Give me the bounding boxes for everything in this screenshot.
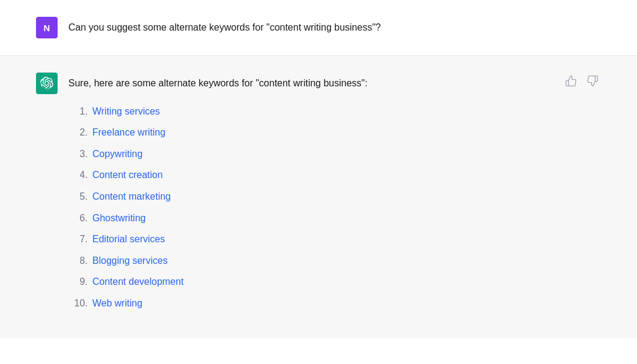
list-item: 5.Content marketing	[68, 186, 601, 207]
keyword-list: 1.Writing services2.Freelance writing3.C…	[68, 101, 601, 314]
list-item: 1.Writing services	[68, 101, 601, 122]
conversation: N Can you suggest some alternate keyword…	[0, 0, 637, 338]
openai-icon	[40, 77, 53, 90]
user-question: Can you suggest some alternate keywords …	[68, 17, 381, 35]
list-number: 10.	[68, 296, 88, 311]
thumbs-down-icon	[587, 75, 599, 87]
list-item: 9.Content development	[68, 271, 601, 293]
list-item: 4.Content creation	[68, 164, 601, 186]
list-keyword: Content development	[92, 274, 184, 290]
assistant-intro: Sure, here are some alternate keywords f…	[68, 76, 601, 91]
list-item: 10.Web writing	[68, 293, 601, 314]
list-number: 8.	[68, 253, 88, 269]
list-item: 8.Blogging services	[68, 250, 601, 272]
feedback-buttons	[563, 73, 601, 89]
list-keyword: Ghostwriting	[92, 210, 146, 226]
list-keyword: Content creation	[92, 167, 163, 183]
user-message: N Can you suggest some alternate keyword…	[0, 0, 637, 55]
list-item: 3.Copywriting	[68, 143, 601, 165]
assistant-content: Sure, here are some alternate keywords f…	[68, 73, 601, 314]
list-item: 7.Editorial services	[68, 228, 601, 250]
list-keyword: Content marketing	[92, 189, 171, 204]
list-keyword: Freelance writing	[92, 125, 166, 140]
list-keyword: Web writing	[92, 296, 142, 311]
list-item: 6.Ghostwriting	[68, 207, 601, 229]
list-number: 3.	[68, 146, 88, 162]
list-number: 1.	[68, 104, 88, 119]
list-keyword: Writing services	[92, 104, 160, 119]
list-keyword: Blogging services	[92, 253, 167, 269]
list-number: 5.	[68, 189, 88, 204]
list-number: 6.	[68, 210, 88, 226]
thumbs-up-button[interactable]	[563, 73, 579, 89]
avatar-letter: N	[44, 23, 50, 33]
assistant-message: Sure, here are some alternate keywords f…	[0, 56, 637, 338]
list-number: 9.	[68, 274, 88, 290]
list-keyword: Copywriting	[92, 146, 143, 162]
list-number: 2.	[68, 125, 88, 140]
thumbs-down-button[interactable]	[584, 73, 601, 89]
user-avatar: N	[36, 17, 58, 38]
list-number: 4.	[68, 167, 88, 183]
assistant-avatar	[36, 73, 58, 94]
list-keyword: Editorial services	[92, 231, 165, 247]
list-item: 2.Freelance writing	[68, 122, 601, 143]
list-number: 7.	[68, 231, 88, 247]
thumbs-up-icon	[565, 75, 577, 87]
